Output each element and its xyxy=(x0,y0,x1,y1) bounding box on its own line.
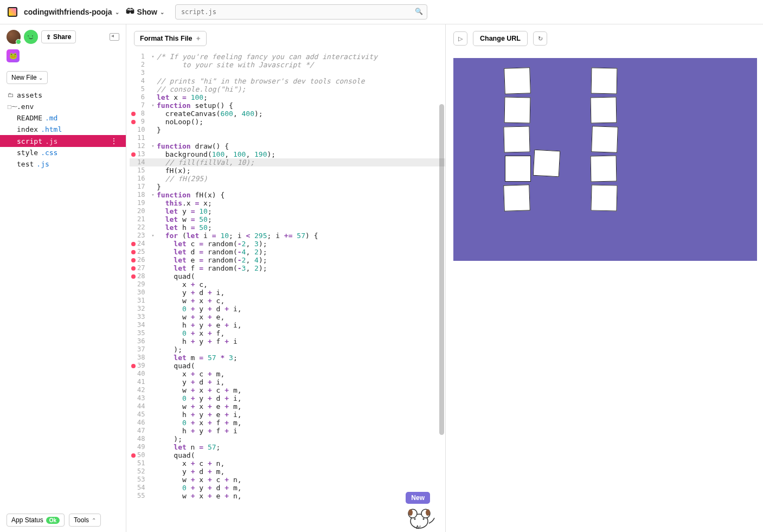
code-line[interactable]: 45 h + y + e + i, xyxy=(130,411,445,419)
rewind-icon[interactable] xyxy=(110,33,119,41)
code-line[interactable]: 5// console.log("hi"); xyxy=(130,85,445,93)
fold-icon xyxy=(150,394,156,402)
code-content: let n = 57; xyxy=(156,443,445,451)
code-line[interactable]: 44 w + x + e + m, xyxy=(130,402,445,411)
code-line[interactable]: 31 w + x + c, xyxy=(130,297,445,305)
format-file-button[interactable]: Format This File ✦ xyxy=(134,31,207,46)
file-item-style-css[interactable]: style.css xyxy=(0,147,126,158)
code-line[interactable]: 10} xyxy=(130,126,445,134)
code-line[interactable]: 19 this.x = x; xyxy=(130,199,445,207)
code-line[interactable]: 15 fH(x); xyxy=(130,166,445,175)
code-line[interactable]: 28 quad( xyxy=(130,272,445,280)
show-dropdown[interactable]: 🕶 Show ⌄ xyxy=(126,7,164,17)
app-status-button[interactable]: App Status Ok xyxy=(7,514,65,527)
code-line[interactable]: 1▾/* If you're feeling fancy you can add… xyxy=(130,53,445,61)
file-item-index-html[interactable]: index.html xyxy=(0,124,126,135)
fold-icon[interactable]: ▾ xyxy=(150,232,156,240)
code-content: 0 + y + d + i, xyxy=(156,305,445,313)
code-line[interactable]: 27 let f = random(-3, 2); xyxy=(130,264,445,272)
code-line[interactable]: 23▾ for (let i = 10; i < 295; i += 57) { xyxy=(130,232,445,240)
code-line[interactable]: 54 0 + y + d + m, xyxy=(130,484,445,492)
change-url-button[interactable]: Change URL xyxy=(473,31,528,46)
code-line[interactable]: 38 let m = 57 * 3; xyxy=(130,354,445,362)
code-editor[interactable]: 1▾/* If you're feeling fancy you can add… xyxy=(126,53,445,532)
code-line[interactable]: 26 let e = random(-2, 4); xyxy=(130,256,445,264)
line-number: 37 xyxy=(137,345,150,354)
file-item-README-md[interactable]: README.md xyxy=(0,112,126,124)
code-line[interactable]: 7▾function setup() { xyxy=(130,101,445,110)
code-line[interactable]: 39 quad( xyxy=(130,362,445,370)
line-number: 38 xyxy=(137,354,150,362)
code-line[interactable]: 33 w + x + e, xyxy=(130,313,445,321)
code-content: let e = random(-2, 4); xyxy=(156,256,445,264)
code-line[interactable]: 43 0 + y + d + i, xyxy=(130,394,445,402)
file-item-test-js[interactable]: test.js xyxy=(0,158,126,170)
gutter-dot xyxy=(130,69,137,77)
new-badge[interactable]: New xyxy=(406,492,430,504)
code-line[interactable]: 21 let w = 50; xyxy=(130,215,445,223)
code-line[interactable]: 49 let n = 57; xyxy=(130,443,445,451)
code-line[interactable]: 18▾function fH(x) { xyxy=(130,191,445,199)
code-line[interactable]: 20 let y = 10; xyxy=(130,207,445,215)
code-line[interactable]: 22 let h = 50; xyxy=(130,223,445,232)
code-line[interactable]: 40 x + c + m, xyxy=(130,370,445,378)
code-line[interactable]: 52 y + d + m, xyxy=(130,467,445,476)
code-line[interactable]: 48 ); xyxy=(130,435,445,443)
code-content: let y = 10; xyxy=(156,207,445,215)
code-line[interactable]: 34 h + y + e + i, xyxy=(130,321,445,329)
search-input[interactable] xyxy=(175,4,427,20)
code-line[interactable]: 30 y + d + i, xyxy=(130,289,445,297)
code-line[interactable]: 50 quad( xyxy=(130,451,445,459)
code-line[interactable]: 24 let c = random(-2, 3); xyxy=(130,240,445,248)
file-menu-icon[interactable]: ⋮ xyxy=(110,137,118,145)
code-line[interactable]: 35 0 + x + f, xyxy=(130,329,445,337)
code-line[interactable]: 36 h + y + f + i xyxy=(130,337,445,345)
code-line[interactable]: 46 0 + x + f + m, xyxy=(130,419,445,427)
code-line[interactable]: 16 // fH(295) xyxy=(130,175,445,183)
code-line[interactable]: 13 background(100, 100, 190); xyxy=(130,150,445,158)
code-line[interactable]: 11 xyxy=(130,134,445,142)
project-avatar-icon[interactable]: 🐸 xyxy=(7,49,20,62)
tools-button[interactable]: Tools ⌃ xyxy=(69,514,101,527)
file-item-script-js[interactable]: script.js⋮ xyxy=(0,135,126,147)
code-content: w + x + e + n, xyxy=(156,492,445,500)
glitch-logo-icon[interactable] xyxy=(8,7,17,17)
code-line[interactable]: 4// prints "hi" in the browser's dev too… xyxy=(130,77,445,85)
code-line[interactable]: 47 h + y + f + i xyxy=(130,427,445,435)
play-button[interactable]: ▷ xyxy=(453,31,467,46)
reload-button[interactable]: ↻ xyxy=(533,31,547,46)
code-line[interactable]: 9 noLoop(); xyxy=(130,118,445,126)
fold-icon[interactable]: ▾ xyxy=(150,101,156,110)
code-line[interactable]: 37 ); xyxy=(130,345,445,354)
fold-icon[interactable]: ▾ xyxy=(150,191,156,199)
code-line[interactable]: 55 w + x + e + n, xyxy=(130,492,445,500)
share-button[interactable]: ⇪ Share xyxy=(41,30,76,43)
fold-icon[interactable]: ▾ xyxy=(150,142,156,150)
code-content: } xyxy=(156,183,445,191)
code-line[interactable]: 2 to your site with Javascript */ xyxy=(130,61,445,69)
code-line[interactable]: 32 0 + y + d + i, xyxy=(130,305,445,313)
code-line[interactable]: 53 w + x + c + n, xyxy=(130,476,445,484)
code-line[interactable]: 6let x = 100; xyxy=(130,93,445,101)
code-line[interactable]: 51 x + c + n, xyxy=(130,459,445,467)
gutter-dot xyxy=(130,207,137,215)
svg-text:ᕕᒢ: ᕕᒢ xyxy=(416,525,421,530)
avatar-user-2[interactable] xyxy=(24,30,38,44)
code-line[interactable]: 25 let d = random(-4, 2); xyxy=(130,248,445,256)
code-line[interactable]: 17} xyxy=(130,183,445,191)
code-line[interactable]: 12▾function draw() { xyxy=(130,142,445,150)
project-name-dropdown[interactable]: codingwithfriends-pooja ⌄ xyxy=(24,8,119,16)
fold-icon[interactable]: ▾ xyxy=(150,53,156,61)
file-item--env[interactable]: ⬚⁓.env xyxy=(0,101,126,112)
code-line[interactable]: 14 // fill(fillVal, 10); xyxy=(130,158,445,166)
code-line[interactable]: 42 w + x + c + m, xyxy=(130,386,445,394)
file-item-assets[interactable]: 🗀assets xyxy=(0,89,126,101)
avatar-user-1[interactable] xyxy=(7,30,21,44)
scrollbar[interactable] xyxy=(439,104,444,435)
code-line[interactable]: 8 createCanvas(600, 400); xyxy=(130,110,445,118)
code-line[interactable]: 41 y + d + i, xyxy=(130,378,445,386)
new-file-button[interactable]: New File ⌄ xyxy=(7,71,48,84)
line-number: 25 xyxy=(137,248,150,256)
code-line[interactable]: 3 xyxy=(130,69,445,77)
code-line[interactable]: 29 x + c, xyxy=(130,280,445,289)
